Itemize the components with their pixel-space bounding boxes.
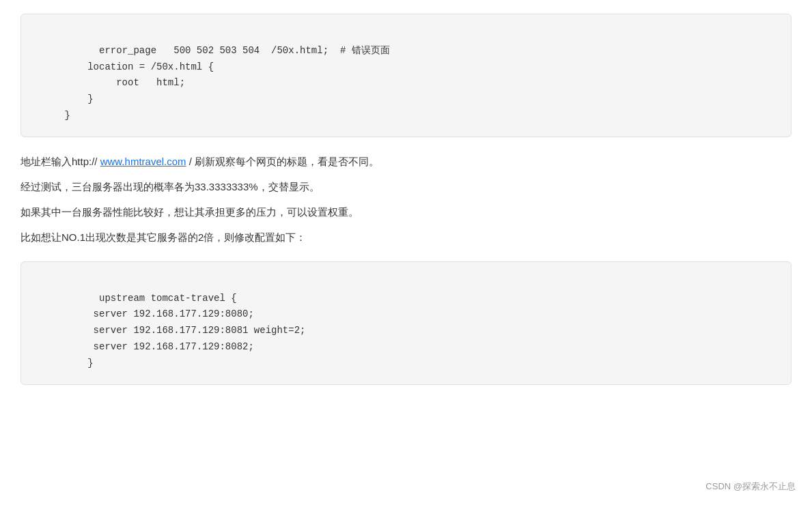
prose-line-2: 经过测试，三台服务器出现的概率各为33.3333333%，交替显示。 [20, 177, 792, 196]
code-block-1-content: error_page 500 502 503 504 /50x.html; # … [42, 45, 390, 121]
prose-line-1-prefix: 地址栏输入http:// [20, 156, 100, 167]
watermark-text: CSDN @探索永不止息 [705, 481, 796, 491]
code-block-2-content: upstream tomcat-travel { server 192.168.… [42, 293, 305, 369]
watermark: CSDN @探索永不止息 [705, 480, 796, 493]
prose-line-1: 地址栏输入http:// www.hmtravel.com / 刷新观察每个网页… [20, 152, 792, 171]
prose-line-4: 比如想让NO.1出现次数是其它服务器的2倍，则修改配置如下： [20, 228, 792, 246]
prose-line-3: 如果其中一台服务器性能比较好，想让其承担更多的压力，可以设置权重。 [20, 203, 792, 221]
code-block-2: upstream tomcat-travel { server 192.168.… [20, 261, 792, 385]
hmtravel-link[interactable]: www.hmtravel.com [100, 156, 186, 167]
prose-section: 地址栏输入http:// www.hmtravel.com / 刷新观察每个网页… [20, 152, 792, 246]
code-block-1: error_page 500 502 503 504 /50x.html; # … [20, 14, 792, 137]
prose-line-1-suffix: / 刷新观察每个网页的标题，看是否不同。 [186, 156, 380, 167]
